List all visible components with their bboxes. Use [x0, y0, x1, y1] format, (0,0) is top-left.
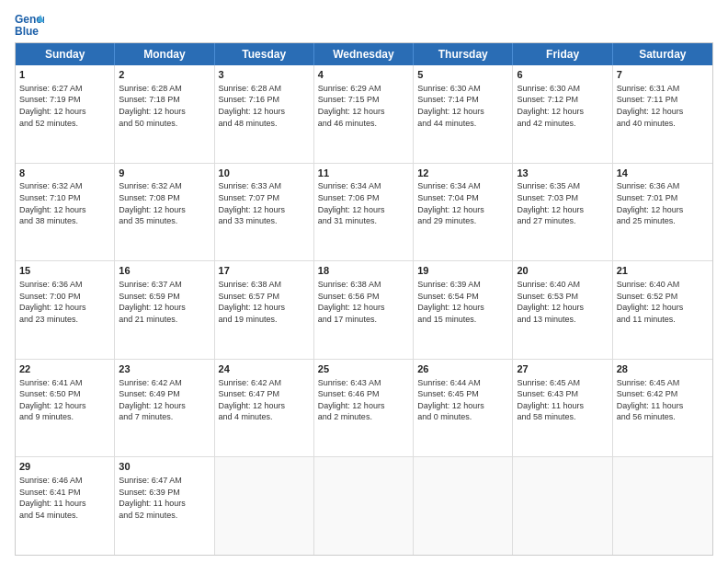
day-cell-1: 1Sunrise: 6:27 AM Sunset: 7:19 PM Daylig… — [16, 65, 115, 163]
calendar-body: 1Sunrise: 6:27 AM Sunset: 7:19 PM Daylig… — [16, 65, 712, 555]
empty-cell — [314, 457, 414, 555]
day-cell-30: 30Sunrise: 6:47 AM Sunset: 6:39 PM Dayli… — [115, 457, 214, 555]
day-cell-17: 17Sunrise: 6:38 AM Sunset: 6:57 PM Dayli… — [215, 261, 314, 359]
day-number: 10 — [219, 167, 310, 180]
day-cell-9: 9Sunrise: 6:32 AM Sunset: 7:08 PM Daylig… — [115, 164, 214, 261]
page: General Blue SundayMondayTuesdayWednesda… — [0, 0, 728, 563]
day-number: 5 — [417, 68, 508, 82]
day-number: 9 — [119, 167, 210, 180]
day-cell-22: 22Sunrise: 6:41 AM Sunset: 6:50 PM Dayli… — [16, 360, 115, 457]
day-cell-13: 13Sunrise: 6:35 AM Sunset: 7:03 PM Dayli… — [513, 164, 612, 261]
day-cell-8: 8Sunrise: 6:32 AM Sunset: 7:10 PM Daylig… — [16, 164, 115, 261]
day-cell-10: 10Sunrise: 6:33 AM Sunset: 7:07 PM Dayli… — [215, 164, 314, 261]
empty-cell — [215, 457, 314, 555]
day-info: Sunrise: 6:28 AM Sunset: 7:18 PM Dayligh… — [119, 83, 210, 129]
day-number: 26 — [417, 362, 508, 376]
day-number: 11 — [318, 167, 409, 180]
week-row-5: 29Sunrise: 6:46 AM Sunset: 6:41 PM Dayli… — [16, 457, 712, 555]
day-cell-18: 18Sunrise: 6:38 AM Sunset: 6:56 PM Dayli… — [314, 261, 414, 359]
day-cell-16: 16Sunrise: 6:37 AM Sunset: 6:59 PM Dayli… — [115, 261, 214, 359]
day-info: Sunrise: 6:29 AM Sunset: 7:15 PM Dayligh… — [318, 83, 409, 129]
day-number: 28 — [617, 362, 709, 376]
empty-cell — [513, 457, 612, 555]
day-number: 8 — [19, 167, 110, 180]
day-info: Sunrise: 6:36 AM Sunset: 7:00 PM Dayligh… — [19, 279, 110, 325]
day-number: 15 — [19, 264, 110, 278]
day-cell-6: 6Sunrise: 6:30 AM Sunset: 7:12 PM Daylig… — [513, 65, 612, 163]
calendar: SundayMondayTuesdayWednesdayThursdayFrid… — [15, 42, 713, 556]
logo-icon: General Blue — [15, 11, 44, 37]
header-day-friday: Friday — [513, 43, 612, 65]
day-number: 14 — [617, 167, 709, 180]
day-cell-23: 23Sunrise: 6:42 AM Sunset: 6:49 PM Dayli… — [115, 360, 214, 457]
day-number: 21 — [617, 264, 709, 278]
day-info: Sunrise: 6:34 AM Sunset: 7:06 PM Dayligh… — [318, 180, 409, 226]
day-number: 18 — [318, 264, 409, 278]
day-number: 7 — [617, 68, 709, 82]
day-number: 2 — [119, 68, 210, 82]
header-day-sunday: Sunday — [16, 43, 115, 65]
header-day-monday: Monday — [115, 43, 214, 65]
header-day-thursday: Thursday — [414, 43, 513, 65]
day-number: 25 — [318, 362, 409, 376]
day-info: Sunrise: 6:32 AM Sunset: 7:10 PM Dayligh… — [19, 180, 110, 226]
header: General Blue — [15, 11, 713, 37]
week-row-3: 15Sunrise: 6:36 AM Sunset: 7:00 PM Dayli… — [16, 261, 712, 360]
day-number: 6 — [517, 68, 608, 82]
day-cell-26: 26Sunrise: 6:44 AM Sunset: 6:45 PM Dayli… — [414, 360, 513, 457]
week-row-2: 8Sunrise: 6:32 AM Sunset: 7:10 PM Daylig… — [16, 164, 712, 262]
day-info: Sunrise: 6:28 AM Sunset: 7:16 PM Dayligh… — [219, 83, 310, 129]
svg-text:Blue: Blue — [15, 25, 39, 37]
day-cell-25: 25Sunrise: 6:43 AM Sunset: 6:46 PM Dayli… — [314, 360, 414, 457]
day-number: 24 — [219, 362, 310, 376]
day-info: Sunrise: 6:47 AM Sunset: 6:39 PM Dayligh… — [119, 475, 210, 521]
day-info: Sunrise: 6:41 AM Sunset: 6:50 PM Dayligh… — [19, 377, 110, 423]
day-cell-27: 27Sunrise: 6:45 AM Sunset: 6:43 PM Dayli… — [513, 360, 612, 457]
week-row-1: 1Sunrise: 6:27 AM Sunset: 7:19 PM Daylig… — [16, 65, 712, 164]
day-info: Sunrise: 6:40 AM Sunset: 6:52 PM Dayligh… — [617, 279, 709, 325]
header-day-saturday: Saturday — [613, 43, 712, 65]
calendar-header: SundayMondayTuesdayWednesdayThursdayFrid… — [16, 43, 712, 65]
day-info: Sunrise: 6:30 AM Sunset: 7:12 PM Dayligh… — [517, 83, 608, 129]
day-info: Sunrise: 6:42 AM Sunset: 6:49 PM Dayligh… — [119, 377, 210, 423]
day-info: Sunrise: 6:38 AM Sunset: 6:56 PM Dayligh… — [318, 279, 409, 325]
day-cell-15: 15Sunrise: 6:36 AM Sunset: 7:00 PM Dayli… — [16, 261, 115, 359]
day-number: 20 — [517, 264, 608, 278]
day-info: Sunrise: 6:38 AM Sunset: 6:57 PM Dayligh… — [219, 279, 310, 325]
week-row-4: 22Sunrise: 6:41 AM Sunset: 6:50 PM Dayli… — [16, 360, 712, 458]
day-cell-14: 14Sunrise: 6:36 AM Sunset: 7:01 PM Dayli… — [613, 164, 712, 261]
day-number: 22 — [19, 362, 110, 376]
day-number: 19 — [417, 264, 508, 278]
day-info: Sunrise: 6:45 AM Sunset: 6:43 PM Dayligh… — [517, 377, 608, 423]
day-info: Sunrise: 6:37 AM Sunset: 6:59 PM Dayligh… — [119, 279, 210, 325]
day-info: Sunrise: 6:36 AM Sunset: 7:01 PM Dayligh… — [617, 180, 709, 226]
day-cell-4: 4Sunrise: 6:29 AM Sunset: 7:15 PM Daylig… — [314, 65, 414, 163]
day-number: 1 — [19, 68, 110, 82]
day-number: 17 — [219, 264, 310, 278]
day-cell-29: 29Sunrise: 6:46 AM Sunset: 6:41 PM Dayli… — [16, 457, 115, 555]
day-info: Sunrise: 6:45 AM Sunset: 6:42 PM Dayligh… — [617, 377, 709, 423]
day-cell-20: 20Sunrise: 6:40 AM Sunset: 6:53 PM Dayli… — [513, 261, 612, 359]
empty-cell — [613, 457, 712, 555]
day-info: Sunrise: 6:34 AM Sunset: 7:04 PM Dayligh… — [417, 180, 508, 226]
day-number: 4 — [318, 68, 409, 82]
header-day-wednesday: Wednesday — [314, 43, 414, 65]
day-cell-24: 24Sunrise: 6:42 AM Sunset: 6:47 PM Dayli… — [215, 360, 314, 457]
day-cell-11: 11Sunrise: 6:34 AM Sunset: 7:06 PM Dayli… — [314, 164, 414, 261]
day-number: 12 — [417, 167, 508, 180]
empty-cell — [414, 457, 513, 555]
day-cell-3: 3Sunrise: 6:28 AM Sunset: 7:16 PM Daylig… — [215, 65, 314, 163]
day-info: Sunrise: 6:46 AM Sunset: 6:41 PM Dayligh… — [19, 475, 110, 521]
day-info: Sunrise: 6:39 AM Sunset: 6:54 PM Dayligh… — [417, 279, 508, 325]
day-cell-2: 2Sunrise: 6:28 AM Sunset: 7:18 PM Daylig… — [115, 65, 214, 163]
day-number: 16 — [119, 264, 210, 278]
day-cell-7: 7Sunrise: 6:31 AM Sunset: 7:11 PM Daylig… — [613, 65, 712, 163]
day-number: 23 — [119, 362, 210, 376]
day-number: 3 — [219, 68, 310, 82]
day-info: Sunrise: 6:35 AM Sunset: 7:03 PM Dayligh… — [517, 180, 608, 226]
day-info: Sunrise: 6:33 AM Sunset: 7:07 PM Dayligh… — [219, 180, 310, 226]
day-cell-21: 21Sunrise: 6:40 AM Sunset: 6:52 PM Dayli… — [613, 261, 712, 359]
day-info: Sunrise: 6:27 AM Sunset: 7:19 PM Dayligh… — [19, 83, 110, 129]
logo: General Blue — [15, 11, 50, 37]
day-number: 29 — [19, 460, 110, 474]
